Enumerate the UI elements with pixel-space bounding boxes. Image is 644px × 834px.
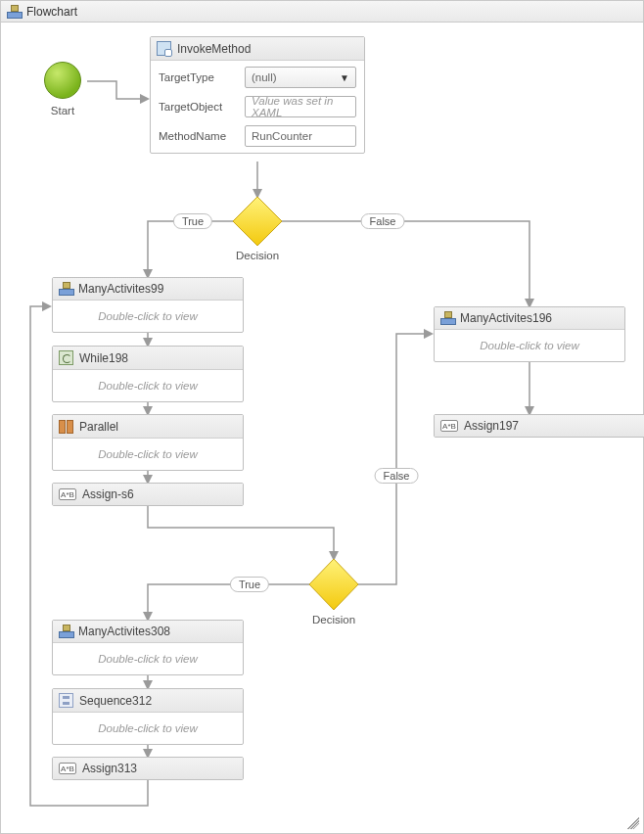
- parallel-icon: [59, 419, 73, 434]
- card-hint: Double-click to view: [53, 643, 243, 674]
- targettype-value: (null): [252, 71, 277, 83]
- flowchart-icon: [440, 311, 454, 325]
- card-title: While198: [79, 351, 128, 365]
- flowchart-icon: [59, 282, 72, 296]
- canvas-header: Flowchart: [1, 1, 643, 23]
- card-title: Assign197: [464, 419, 519, 433]
- targettype-select[interactable]: (null) ▼: [245, 67, 356, 88]
- resize-grip-icon[interactable]: [627, 817, 639, 829]
- decision1-true-label: True: [173, 213, 212, 229]
- targettype-label: TargetType: [159, 71, 239, 83]
- sequence-icon: [59, 693, 73, 708]
- card-hint: Double-click to view: [435, 330, 624, 361]
- decision2-false-label: False: [375, 468, 419, 484]
- svg-marker-1: [309, 559, 358, 610]
- card-title: ManyActivites196: [460, 311, 552, 325]
- chevron-down-icon: ▼: [340, 72, 349, 83]
- parallel-node[interactable]: Parallel Double-click to view: [52, 414, 244, 471]
- assign197-node[interactable]: A*BAssign197: [434, 414, 644, 438]
- start-circle-icon: [44, 62, 81, 99]
- while-icon: [59, 350, 73, 365]
- targetobject-label: TargetObject: [159, 101, 239, 113]
- card-title: Sequence312: [79, 694, 152, 708]
- decision1-caption: Decision: [236, 250, 279, 261]
- card-hint: Double-click to view: [53, 713, 243, 744]
- methodname-input[interactable]: RunCounter: [245, 125, 356, 147]
- methodname-value: RunCounter: [252, 130, 312, 142]
- manyactivities99-node[interactable]: ManyActivites99 Double-click to view: [52, 277, 244, 333]
- start-node[interactable]: Start: [38, 62, 87, 116]
- targetobject-placeholder: Value was set in XAML: [252, 95, 349, 118]
- designer-canvas: Flowchart: [0, 0, 644, 834]
- card-title: ManyActivites99: [78, 282, 163, 296]
- assign-icon: A*B: [59, 763, 76, 774]
- card-title: Assign-s6: [82, 487, 134, 501]
- flowchart-icon: [59, 625, 72, 638]
- while198-node[interactable]: While198 Double-click to view: [52, 346, 244, 402]
- targetobject-input[interactable]: Value was set in XAML: [245, 96, 356, 117]
- decision1-false-label: False: [361, 213, 405, 229]
- card-hint: Double-click to view: [53, 439, 243, 470]
- assign313-node[interactable]: A*BAssign313: [52, 757, 244, 780]
- sequence312-node[interactable]: Sequence312 Double-click to view: [52, 688, 244, 745]
- card-hint: Double-click to view: [53, 370, 243, 401]
- decision2-caption: Decision: [312, 614, 355, 626]
- decision2-true-label: True: [230, 577, 269, 592]
- methodname-label: MethodName: [159, 130, 239, 142]
- invoke-method-icon: [157, 41, 171, 56]
- card-title: Assign313: [82, 762, 137, 775]
- svg-marker-0: [233, 197, 282, 246]
- card-title: Parallel: [79, 420, 118, 434]
- flowchart-icon: [7, 5, 21, 19]
- card-hint: Double-click to view: [53, 301, 243, 332]
- card-title: ManyActivites308: [78, 625, 170, 638]
- canvas-title: Flowchart: [26, 5, 77, 19]
- invoke-header: InvokeMethod: [151, 37, 364, 61]
- assign-icon: A*B: [59, 488, 76, 500]
- manyactivities308-node[interactable]: ManyActivites308 Double-click to view: [52, 620, 244, 675]
- invoke-method-node[interactable]: InvokeMethod TargetType (null) ▼ TargetO…: [150, 36, 365, 154]
- assign-s6-node[interactable]: A*BAssign-s6: [52, 483, 244, 506]
- manyactivities196-node[interactable]: ManyActivites196 Double-click to view: [434, 306, 625, 362]
- start-label: Start: [38, 105, 87, 116]
- invoke-title: InvokeMethod: [177, 42, 251, 56]
- assign-icon: A*B: [440, 420, 458, 432]
